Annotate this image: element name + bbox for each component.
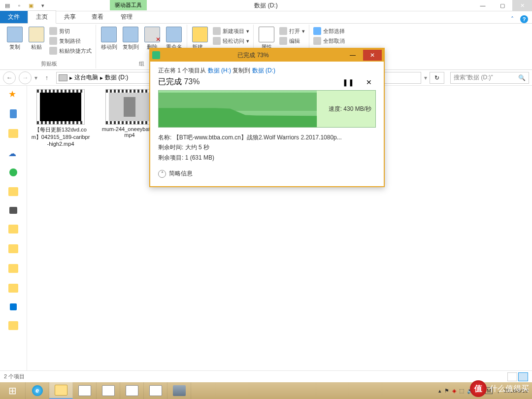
tab-manage[interactable]: 管理	[113, 11, 140, 23]
nav-pane[interactable]: ★ ☁	[0, 86, 27, 370]
new-item-icon	[213, 27, 221, 35]
taskbar-app-button[interactable]	[73, 382, 97, 399]
file-item[interactable]: 【每日更新132dvd.com】042915_189-caribpr-high2…	[31, 90, 90, 366]
qat-icon[interactable]: ▤	[2, 1, 13, 10]
sidebar-folder-icon[interactable]	[8, 129, 18, 138]
taskbar-ie-button[interactable]	[26, 382, 49, 399]
taskbar-app-button[interactable]	[97, 382, 120, 399]
nav-forward-button[interactable]: →	[19, 71, 32, 84]
copy-path-button[interactable]: 复制路径	[48, 36, 93, 45]
window-title: 数据 (D:)	[254, 1, 277, 10]
taskbar-explorer-button[interactable]	[49, 382, 73, 399]
watermark: 值 什么值得买	[470, 380, 529, 397]
status-item-count: 2 个项目	[4, 373, 25, 380]
refresh-button[interactable]: ↻	[430, 72, 444, 84]
tray-shield-icon[interactable]: ◈	[452, 388, 456, 394]
dest-link[interactable]: 数据 (D:)	[252, 67, 275, 74]
context-tab-drive-tools: 驱动器工具	[110, 0, 147, 10]
tab-share[interactable]: 共享	[56, 11, 84, 23]
ribbon-collapse-icon[interactable]: ˄	[508, 15, 516, 23]
nav-history-dropdown[interactable]: ▾	[34, 74, 37, 81]
group-organize-label: 组	[139, 59, 144, 68]
copy-progress-dialog: 已完成 73% — ✕ 正在将 1 个项目从 数据 (H:) 复制到 数据 (D…	[149, 48, 385, 187]
view-icons-button[interactable]	[518, 372, 528, 381]
copy-item-name: 名称: 【BT吧-www.btba.com.cn】战狼2.Wolf Warrio…	[158, 133, 376, 142]
sidebar-folder-icon[interactable]	[8, 244, 18, 253]
onedrive-icon[interactable]: ☁	[8, 149, 18, 158]
dialog-minimize-button[interactable]: —	[343, 50, 362, 61]
new-item-button[interactable]: 新建项目 ▾	[212, 27, 250, 35]
qat-dropdown-icon[interactable]: ▾	[37, 1, 48, 10]
sidebar-folder-icon[interactable]	[8, 225, 18, 233]
homegroup-icon[interactable]	[9, 168, 17, 176]
select-all-icon	[313, 27, 321, 35]
view-details-button[interactable]	[507, 372, 517, 381]
paste-shortcut-button[interactable]: 粘贴快捷方式	[48, 46, 93, 55]
this-pc-icon[interactable]	[9, 207, 17, 214]
window-maximize-button[interactable]: ▢	[493, 0, 512, 11]
sidebar-folder-icon[interactable]	[8, 264, 18, 273]
nav-back-button[interactable]: ←	[3, 71, 16, 84]
window-minimize-button[interactable]: —	[473, 0, 493, 11]
sidebar-folder-icon[interactable]	[8, 321, 18, 330]
path-icon	[49, 37, 57, 45]
favorites-icon[interactable]: ★	[8, 90, 18, 99]
tray-network-icon[interactable]: ⬚	[459, 388, 464, 394]
video-thumbnail-icon	[106, 90, 153, 124]
file-name: 【每日更新132dvd.com】042915_189-caribpr-high2…	[31, 126, 90, 147]
taskbar-app-button[interactable]	[167, 382, 191, 399]
taskbar-app-button[interactable]	[144, 382, 167, 399]
start-button[interactable]: ⊞	[0, 382, 26, 399]
sidebar-item-icon[interactable]	[10, 109, 17, 118]
sidebar-folder-icon[interactable]	[8, 187, 18, 196]
open-button[interactable]: 打开 ▾	[278, 27, 306, 35]
search-icon: 🔍	[518, 74, 526, 81]
taskbar: ⊞ ▴ ⚑ ◈ ⬚ 🔊 中 M ， 2018/8/19	[0, 382, 532, 399]
easy-access-button[interactable]: 轻松访问 ▾	[212, 36, 250, 45]
cut-button[interactable]: 剪切	[48, 27, 93, 35]
chevron-up-icon: ˄	[158, 170, 166, 178]
sidebar-tiles-icon[interactable]	[10, 303, 17, 310]
tab-view[interactable]: 查看	[84, 11, 111, 23]
tab-file[interactable]: 文件	[0, 11, 28, 23]
scissors-icon	[49, 27, 57, 35]
help-icon[interactable]: ?	[520, 15, 528, 23]
window-close-button[interactable]: ✕	[512, 0, 532, 11]
taskbar-app-button[interactable]	[120, 382, 144, 399]
remaining-items: 剩余项目: 1 (631 MB)	[158, 153, 376, 163]
shortcut-icon	[49, 47, 57, 55]
dialog-icon	[152, 51, 160, 59]
copy-source-dest-text: 正在将 1 个项目从 数据 (H:) 复制到 数据 (D:)	[158, 66, 376, 75]
qat-folder-icon[interactable]: ▣	[26, 1, 36, 10]
progress-label: 已完成 73%	[158, 77, 200, 87]
copy-to-button[interactable]: 复制到	[121, 25, 140, 59]
easy-access-icon	[213, 37, 221, 45]
cancel-button[interactable]: ✕	[366, 78, 372, 86]
paste-button[interactable]: 粘贴	[27, 25, 46, 59]
sidebar-folder-icon[interactable]	[8, 284, 18, 293]
dialog-close-button[interactable]: ✕	[363, 50, 382, 61]
watermark-badge-icon: 值	[470, 380, 487, 397]
move-to-button[interactable]: 移动到	[99, 25, 119, 59]
source-link[interactable]: 数据 (H:)	[208, 67, 231, 74]
dialog-title: 已完成 73%	[163, 51, 343, 60]
breadcrumb-this-pc[interactable]: 这台电脑	[74, 73, 98, 82]
search-input[interactable]: 搜索"数据 (D:)" 🔍	[450, 72, 529, 84]
remaining-time: 剩余时间: 大约 5 秒	[158, 142, 376, 152]
drive-icon	[59, 74, 67, 81]
pause-button[interactable]: ❚❚	[342, 78, 354, 86]
tray-flag-icon[interactable]: ⚑	[444, 388, 449, 394]
breadcrumb-drive[interactable]: 数据 (D:)	[105, 73, 128, 82]
fewer-details-button[interactable]: ˄ 简略信息	[158, 169, 376, 178]
edit-icon	[279, 37, 287, 45]
video-thumbnail-icon	[37, 90, 84, 124]
edit-button[interactable]: 编辑	[278, 36, 306, 45]
speed-chart: 速度: 430 MB/秒	[158, 90, 376, 128]
tray-up-icon[interactable]: ▴	[438, 388, 441, 394]
select-all-button[interactable]: 全部选择	[312, 27, 346, 35]
tab-home[interactable]: 主页	[28, 10, 56, 24]
qat-new-icon[interactable]: ▫	[14, 1, 25, 10]
nav-up-button[interactable]: ↑	[40, 71, 53, 84]
select-none-button[interactable]: 全部取消	[312, 36, 346, 45]
copy-button[interactable]: 复制	[5, 25, 25, 59]
